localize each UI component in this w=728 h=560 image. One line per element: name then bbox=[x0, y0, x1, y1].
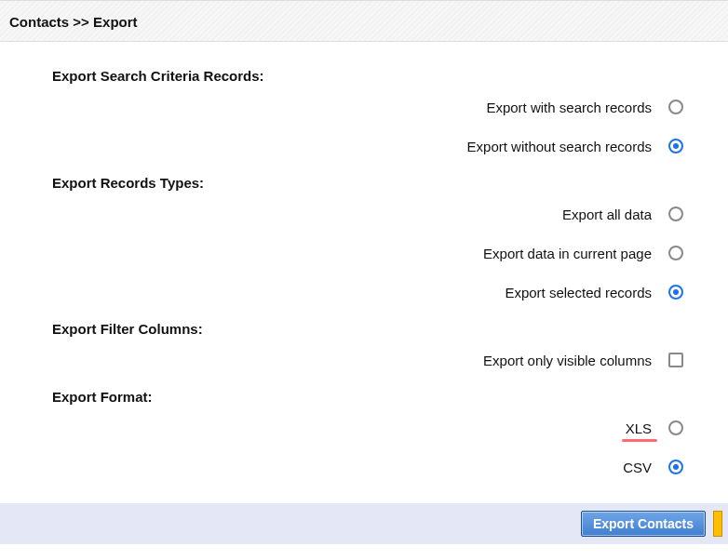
criteria-opt-with-label: Export with search records bbox=[486, 100, 652, 115]
secondary-button-edge[interactable] bbox=[713, 511, 722, 537]
types-opt-selected-row: Export selected records bbox=[52, 273, 700, 312]
types-opt-page-row: Export data in current page bbox=[52, 233, 700, 273]
export-contacts-button[interactable]: Export Contacts bbox=[581, 511, 706, 537]
criteria-opt-without-radio[interactable] bbox=[668, 139, 683, 153]
types-opt-all-label: Export all data bbox=[562, 207, 652, 222]
section-types-label: Export Records Types: bbox=[52, 175, 700, 191]
format-opt-csv-radio[interactable] bbox=[668, 460, 683, 474]
types-opt-page-label: Export data in current page bbox=[483, 246, 652, 261]
breadcrumb: Contacts >> Export bbox=[0, 0, 728, 42]
criteria-opt-without-label: Export without search records bbox=[467, 139, 652, 154]
format-opt-xls-label: XLS bbox=[626, 420, 652, 436]
types-opt-selected-radio[interactable] bbox=[668, 285, 683, 300]
breadcrumb-text: Contacts >> Export bbox=[9, 14, 138, 30]
section-format-label: Export Format: bbox=[52, 389, 700, 405]
types-opt-page-radio[interactable] bbox=[668, 246, 683, 260]
format-opt-csv-label: CSV bbox=[623, 460, 652, 475]
format-opt-xls-radio[interactable] bbox=[668, 420, 683, 435]
annotation-underline-icon bbox=[622, 439, 657, 442]
types-opt-all-row: Export all data bbox=[52, 194, 700, 233]
filter-opt-visible-row: Export only visible columns bbox=[52, 340, 700, 380]
types-opt-all-radio[interactable] bbox=[668, 207, 683, 221]
format-opt-xls-text: XLS bbox=[626, 420, 652, 436]
format-opt-xls-row: XLS bbox=[52, 408, 700, 447]
filter-opt-visible-checkbox[interactable] bbox=[668, 353, 683, 367]
criteria-opt-with-radio[interactable] bbox=[668, 100, 683, 114]
criteria-opt-with-row: Export with search records bbox=[52, 87, 700, 127]
format-opt-csv-row: CSV bbox=[52, 447, 700, 487]
criteria-opt-without-row: Export without search records bbox=[52, 127, 700, 166]
section-filter-label: Export Filter Columns: bbox=[52, 321, 700, 337]
types-opt-selected-label: Export selected records bbox=[505, 285, 652, 300]
filter-opt-visible-label: Export only visible columns bbox=[483, 353, 652, 368]
footer-bar: Export Contacts bbox=[0, 503, 728, 544]
export-form: Export Search Criteria Records: Export w… bbox=[0, 42, 728, 496]
section-criteria-label: Export Search Criteria Records: bbox=[52, 68, 700, 84]
